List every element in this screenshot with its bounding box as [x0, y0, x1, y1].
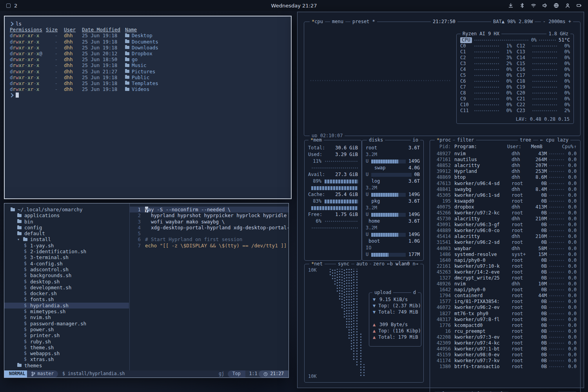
tree-item[interactable]: ▾ $ webapps.sh [4, 350, 129, 356]
tree-item[interactable]: ▾ $ mimetypes.sh [4, 309, 129, 314]
next-interface-button[interactable]: n→ [413, 261, 418, 267]
process-row[interactable]: 44889 kworker/u96:0-co root 0B 0.0 [434, 228, 577, 234]
battery-icon[interactable] [576, 3, 582, 8]
editor-window[interactable]: ~/.local/share/omarchy ▾ $ applications … [4, 203, 289, 378]
terminal-window[interactable]: ls Permissions Size User Date Modified N… [4, 16, 292, 199]
tree-item[interactable]: ▾ $ themes [4, 363, 129, 368]
tree-item[interactable]: ▾ $ config [4, 225, 129, 230]
prev-interface-button[interactable]: ←b [387, 261, 393, 267]
tree-item[interactable]: ▾ $ hyprlandia.sh [4, 303, 129, 309]
tree-item[interactable]: ▾ $ 1-yay.sh [4, 243, 129, 249]
tree-item[interactable]: ▾ $ backgrounds.sh [4, 272, 129, 278]
tree-item[interactable]: ▾ $ password-manager.sh [4, 321, 129, 327]
globe-icon[interactable] [554, 3, 559, 8]
process-row[interactable]: 1794 containerd root 44M 0.0 [434, 293, 577, 299]
process-row[interactable]: 45266 kworker/u97:2-kc root 0B 0.0 [434, 210, 577, 216]
process-row[interactable]: 47161 nautilus dhh 264M 0.0 [434, 157, 577, 163]
tree-item[interactable]: ▾ $ bin [4, 219, 129, 225]
filter-button[interactable]: filter [455, 137, 476, 143]
process-row[interactable]: 48869 btop dhh 8.6M 0.0 [434, 174, 577, 180]
process-row[interactable]: 1640 napi/phy0-0 root 0B 0.0 [434, 258, 577, 263]
process-row[interactable]: 1486 systemd-resolve syst+ 15M 0.0 [434, 252, 577, 258]
upload-box-tab[interactable]: d [411, 290, 418, 296]
editor-line[interactable]: 7 echo "[[ -z \$DISPLAY && \$(tty) == /d… [130, 243, 289, 249]
tree-item[interactable]: ▾ $ xtras.sh [4, 356, 129, 362]
zero-button[interactable]: zero [371, 261, 387, 267]
header-memory[interactable]: MemB [527, 144, 543, 150]
volume-icon[interactable] [542, 3, 548, 8]
prompt-line-active[interactable] [10, 92, 291, 98]
io-tab[interactable]: io [411, 137, 420, 143]
tree-item[interactable]: ▾ $ 2-identification.sh [4, 249, 129, 254]
tray-arrow-icon[interactable] [508, 3, 514, 8]
wifi-icon[interactable] [531, 3, 536, 8]
editor-line[interactable]: 4 xdg-desktop-portal-hyprland xdg-deskto… [130, 225, 289, 230]
tree-item[interactable]: ▾ $ power.sh [4, 327, 129, 332]
auto-button[interactable]: auto [354, 261, 370, 267]
header-pid[interactable]: Pid: [434, 144, 451, 150]
bluetooth-icon[interactable] [519, 3, 525, 8]
header-program[interactable]: Program: [451, 144, 507, 150]
process-row[interactable]: 45414 alacritty dhh 210M 0.0 [434, 234, 577, 240]
system-monitor-window[interactable]: *cpu menu preset * 21:27:50 BAT▲ 98% 2.8… [297, 12, 584, 388]
tree-item[interactable]: ▾ $ adscontrol.sh [4, 267, 129, 272]
process-row[interactable]: 1577 irq/81-PIXA3854: root 0B 0.0 [434, 299, 577, 305]
process-row[interactable]: 48317 kworker/u97:8-fl root 0B 0.0 [434, 317, 577, 323]
menu-button[interactable]: menu [330, 19, 345, 25]
tree-item[interactable]: ▾ $ install [4, 236, 129, 242]
process-row[interactable]: 1327 dmcrypt_write/25 root 0B 0.0 [434, 275, 577, 281]
process-row[interactable]: 1642 napi/phy0-0 root 0B 0.0 [434, 287, 577, 293]
editor-line[interactable]: 1 yay -S --noconfirm --needed \ [130, 207, 289, 212]
editor-line[interactable]: 6 # Start Hyprland on first session [130, 236, 289, 242]
sync-button[interactable]: sync [336, 261, 351, 267]
process-row[interactable]: 45159 kworker/u98:0-ev root 0B 0.0 [434, 352, 577, 358]
tree-item[interactable]: ▾ $ docker.sh [4, 290, 129, 296]
refresh-interval-control[interactable]: - 2000ms + [541, 19, 573, 25]
editor-line[interactable]: 3 wofi waybar mako swaybg \ [130, 219, 289, 225]
tree-toggle[interactable]: tree [518, 137, 533, 143]
process-row[interactable]: 44003 waybar dhh 58M 0.0 [434, 246, 577, 252]
process-row[interactable]: 45305 kworker/u96:1-sd root 0B 0.0 [434, 192, 577, 198]
process-row[interactable]: 46072 kworker/u96:2-ev root 0B 0.0 [434, 305, 577, 310]
tree-item[interactable]: ▾ $ 3-terminal.sh [4, 254, 129, 260]
process-row[interactable]: 42309 kworker/u97:4-kc root 0B 0.0 [434, 340, 577, 346]
process-row[interactable]: 43091 kworker/u96:3-gf root 0B 0.0 [434, 222, 577, 228]
process-row[interactable]: 31541 kworker/u96:2-sd root 0B 0.0 [434, 240, 577, 245]
process-row[interactable]: 40075 dropbox dhh 413M 0.0 [434, 204, 577, 210]
preset-button[interactable]: preset * [350, 19, 377, 25]
tree-item[interactable]: ▾ $ development.sh [4, 285, 129, 290]
editor-line[interactable]: 5 [130, 230, 289, 236]
sort-direction-icon[interactable]: ↑ [574, 144, 577, 150]
editor-line[interactable]: 2 hyprland hyprshot hyprpicker hyprlock … [130, 212, 289, 218]
process-row[interactable]: 39912 Hyprland dhh 253M 0.0 [434, 169, 577, 174]
process-row[interactable]: 16 rcu_preempt root 0B 0.0 [434, 328, 577, 334]
header-user[interactable]: User: [507, 144, 527, 150]
tree-item[interactable]: ▾ $ theme.sh [4, 345, 129, 350]
tree-item[interactable]: ▾ $ applications [4, 212, 129, 218]
process-row[interactable]: 45730 alacritty dhh 210M 0.0 [434, 216, 577, 222]
header-cpu[interactable]: Cpu% [562, 144, 572, 150]
process-row[interactable]: 45263 kworker/14:2-eve root 0B 0.0 [434, 269, 577, 275]
process-row[interactable]: 48852 alacritty dhh 207M 0.0 [434, 163, 577, 169]
editor-pane[interactable]: 1 yay -S --noconfirm --needed \ 2 hyprla… [129, 203, 289, 370]
process-row[interactable]: 22161 kworker/u97:10-k root 0B 0.0 [434, 263, 577, 269]
process-row[interactable]: 1827 mt76-tx phy0 root 0B 0.0 [434, 311, 577, 317]
process-row[interactable]: 1380 btrfs-transactio root 0B 0.0 [434, 364, 577, 370]
process-row[interactable]: 48841 swaybg dhh 8.4M 0.0 [434, 187, 577, 192]
workspace-dot-icon[interactable] [6, 4, 11, 8]
process-row[interactable]: 48926 nvim dhh 10M 0.0 [434, 281, 577, 287]
tree-item[interactable]: ▾ $ nvim.sh [4, 314, 129, 320]
tree-item[interactable]: ▾ $ ruby.sh [4, 339, 129, 345]
user-icon[interactable] [565, 3, 570, 8]
tree-root[interactable]: ~/.local/share/omarchy [4, 207, 129, 212]
process-row[interactable]: 42208 kworker/u97:3-ev root 0B 0.0 [434, 334, 577, 340]
process-row[interactable]: 44956 kworker/u97:1-bt root 0B 0.0 [434, 346, 577, 352]
process-row[interactable]: 41174 kworker/u97:7-kv root 0B 0.0 [434, 358, 577, 364]
process-row[interactable]: 47613 kworker/u96:4-sd root 0B 0.0 [434, 180, 577, 186]
process-row[interactable]: 1776 kcompactd0 root 0B 0.0 [434, 323, 577, 328]
tree-item[interactable]: ▾ $ fonts.sh [4, 296, 129, 302]
tree-item[interactable]: ▾ $ desktop.sh [4, 279, 129, 285]
process-row[interactable]: 48927 nvim dhh 43M 0.0 [434, 151, 577, 157]
workspace-indicator[interactable]: 2 [14, 3, 17, 9]
process-row[interactable]: 195 kswapd0 root 0B 0.0 [434, 198, 577, 204]
